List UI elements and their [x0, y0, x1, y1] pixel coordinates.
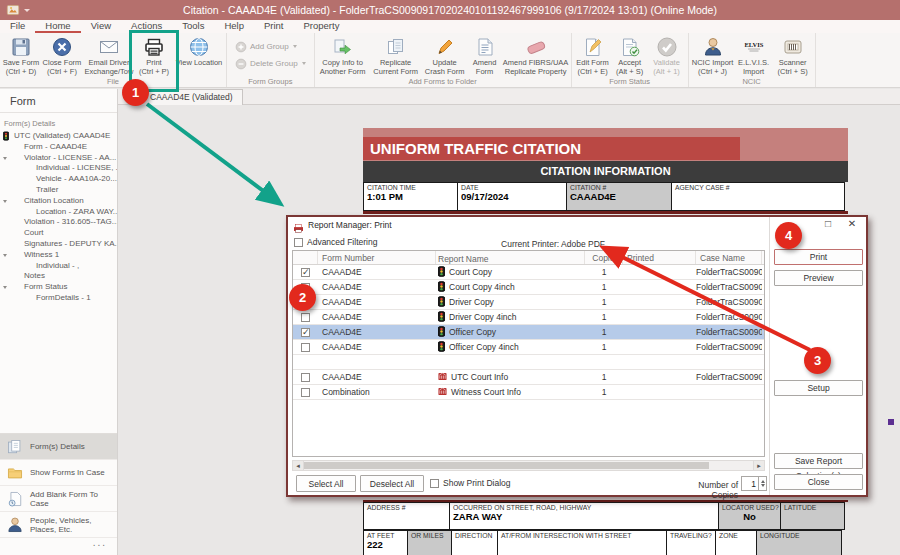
form-field-agency-case[interactable]: AGENCY CASE #: [671, 182, 845, 211]
column-header-case-name[interactable]: Case Name: [696, 251, 762, 264]
ribbon-button-replicate[interactable]: ReplicateCurrent Form: [369, 34, 423, 76]
ribbon-button-copy-info-to[interactable]: Copy Info toAnother Form: [317, 34, 369, 76]
dialog-button-save-report-selection-s[interactable]: Save Report Selection(s): [774, 453, 863, 469]
dialog-button-preview[interactable]: Preview: [774, 270, 863, 286]
ribbon-button-email-driver[interactable]: Email DriverExchange/Tow: [84, 34, 134, 76]
tree-item-violator-license-aa[interactable]: Violator - LICENSE - AA...: [0, 153, 117, 164]
select-all-button[interactable]: Select All: [296, 475, 356, 492]
menu-item-property[interactable]: Property: [294, 20, 350, 33]
column-header-report-name[interactable]: Report Name: [436, 251, 585, 264]
ribbon-button-view-location[interactable]: View Location: [174, 34, 224, 68]
ribbon-button-delete-group[interactable]: Delete Group: [235, 56, 306, 71]
scroll-left-icon[interactable]: ◂: [293, 461, 304, 470]
tree-item-notes[interactable]: Notes: [0, 271, 117, 282]
copies-spinner[interactable]: [759, 476, 767, 491]
number-of-copies-input[interactable]: 1: [741, 476, 759, 491]
sidebar-item-show-forms-in-case[interactable]: Show Forms In Case: [0, 460, 117, 486]
spin-up-icon[interactable]: [761, 480, 765, 483]
tree-item-formdetails-1[interactable]: FormDetails - 1: [0, 293, 117, 304]
table-row-court-copy-4inch[interactable]: CAAAD4ECourt Copy 4inch1FolderTraCS00909…: [293, 280, 764, 295]
show-print-dialog-checkbox[interactable]: [430, 479, 439, 488]
titlebar-dropdown-icon[interactable]: [24, 9, 30, 12]
sidebar-item-add-blank-form-to-case[interactable]: Add Blank Form To Case: [0, 486, 117, 512]
menu-item-view[interactable]: View: [81, 20, 121, 33]
ribbon-button-add-group[interactable]: Add Group: [235, 39, 297, 54]
table-row-officer-copy-4inch[interactable]: CAAAD4EOfficer Copy 4inch1FolderTraCS009…: [293, 340, 764, 355]
form-field-traveling[interactable]: TRAVELING?: [666, 530, 716, 555]
column-header-printed[interactable]: Printed: [623, 251, 696, 264]
form-field-address[interactable]: ADDRESS #: [363, 502, 450, 530]
menu-item-help[interactable]: Help: [214, 20, 254, 33]
spin-down-icon[interactable]: [761, 484, 765, 487]
row-checkbox[interactable]: [301, 343, 310, 352]
sidebar-overflow-button[interactable]: ...: [93, 537, 107, 548]
tree-item-individual[interactable]: Individual - ,: [0, 261, 117, 272]
dialog-button-close[interactable]: Close: [774, 474, 863, 490]
ribbon-button-edit-form[interactable]: Edit Form(Ctrl + E): [574, 34, 612, 76]
ribbon-button-amend[interactable]: AmendForm: [467, 34, 503, 76]
column-header-form-number[interactable]: Form Number: [318, 251, 436, 264]
table-row-driver-copy[interactable]: CAAAD4EDriver Copy1FolderTraCS00909170: [293, 295, 764, 310]
row-checkbox[interactable]: [301, 313, 310, 322]
table-row-utc-court-info[interactable]: CAAAD4EUTC Court Info1FolderTraCS0090917…: [293, 370, 764, 385]
tree-item-utc-validated-caaad4e[interactable]: UTC (Validated) CAAAD4E: [0, 131, 117, 142]
advanced-filtering-checkbox[interactable]: [294, 238, 303, 247]
ribbon-button-ncic-import[interactable]: NCIC Import(Ctrl + J): [691, 34, 735, 76]
tree-item-form-caaad4e[interactable]: Form - CAAAD4E: [0, 142, 117, 153]
tree-item-location-zara-way[interactable]: Location - ZARA WAY...: [0, 207, 117, 218]
table-row-witness-court-info[interactable]: CombinationWitness Court Info1: [293, 385, 764, 400]
sidebar-item-form-s-details[interactable]: Form(s) Details: [0, 434, 117, 460]
row-checkbox[interactable]: [301, 373, 310, 382]
form-field-at-feet[interactable]: AT FEET222: [363, 530, 408, 555]
ribbon-button-validate[interactable]: Validate(Alt + 1): [648, 34, 686, 76]
menu-item-file[interactable]: File: [0, 20, 35, 33]
table-row-officer-copy[interactable]: CAAAD4EOfficer Copy1FolderTraCS00909170: [293, 325, 764, 340]
form-field-at-from-intersection-with-street[interactable]: AT/FROM INTERSECTION WITH STREET: [497, 530, 667, 555]
tree-item-citation-location[interactable]: Citation Location: [0, 196, 117, 207]
tree-item-label: Court: [24, 228, 44, 237]
ribbon-button-e-l-v-i-s[interactable]: ELVISE.L.V.I.S.Import: [735, 34, 773, 76]
horizontal-scrollbar[interactable]: ◂ ▸: [292, 460, 765, 471]
dialog-button-print[interactable]: Print: [774, 249, 863, 265]
deselect-all-button[interactable]: Deselect All: [360, 475, 424, 492]
column-header-copies[interactable]: Copies: [585, 251, 623, 264]
ribbon-button-update[interactable]: UpdateCrash Form: [423, 34, 467, 76]
ribbon-button-save-form[interactable]: Save Form(Ctrl + D): [2, 34, 40, 76]
form-field-or-miles[interactable]: OR MILES: [407, 530, 452, 555]
row-checkbox[interactable]: [301, 388, 310, 397]
form-field-longitude[interactable]: LONGITUDE: [756, 530, 842, 555]
form-field-locator-used[interactable]: LOCATOR USED?No: [718, 502, 781, 530]
form-field-latitude[interactable]: LATITUDE: [780, 502, 845, 530]
menu-item-print[interactable]: Print: [254, 20, 294, 33]
dialog-button-setup[interactable]: Setup: [774, 380, 863, 396]
tree-item-witness-1[interactable]: Witness 1: [0, 250, 117, 261]
ribbon-button-close-form[interactable]: Close Form(Ctrl + F): [40, 34, 84, 76]
table-row-driver-copy-4inch[interactable]: CAAAD4EDriver Copy 4inch1FolderTraCS0090…: [293, 310, 764, 325]
tree-item-vehicle-aaa10a-20[interactable]: Vehicle - AAA10A-20...: [0, 174, 117, 185]
table-row-court-copy[interactable]: CAAAD4ECourt Copy1FolderTraCS00909170: [293, 265, 764, 280]
form-field-citation-time[interactable]: CITATION TIME1:01 PM: [363, 182, 458, 211]
ribbon-button-amend-fibrs-uaa[interactable]: Amend FIBRS/UAAReplicate Property: [503, 34, 569, 76]
form-field-date[interactable]: DATE09/17/2024: [457, 182, 567, 211]
form-field-occurred-on-street-road-highway[interactable]: OCCURRED ON STREET, ROAD, HIGHWAYZARA WA…: [449, 502, 719, 530]
tree-item-trailer[interactable]: Trailer: [0, 185, 117, 196]
scroll-right-icon[interactable]: ▸: [753, 461, 764, 470]
scrollbar-thumb[interactable]: [304, 462, 709, 469]
menu-item-home[interactable]: Home: [35, 20, 80, 33]
form-field-direction[interactable]: DIRECTION: [451, 530, 498, 555]
row-checkbox[interactable]: [301, 328, 310, 337]
sidebar-item-people-vehicles-places-etc[interactable]: People, Vehicles, Places, Etc.: [0, 512, 117, 538]
tree-item-court[interactable]: Court: [0, 228, 117, 239]
remove-circle-icon: [235, 58, 247, 70]
tree-item-individual-license[interactable]: Individual - LICENSE, ...: [0, 163, 117, 174]
tree-item-form-status[interactable]: Form Status: [0, 282, 117, 293]
form-field-zone[interactable]: ZONE: [715, 530, 757, 555]
tree-item-signatures-deputy-ka[interactable]: Signatures - DEPUTY KA...: [0, 239, 117, 250]
window-titlebar[interactable]: Citation - CAAAD4E (Validated) - FolderT…: [0, 0, 900, 20]
app-icon[interactable]: [6, 3, 20, 17]
tree-item-violation-316-605-tag[interactable]: Violation - 316.605--TAG...: [0, 217, 117, 228]
ribbon-button-accept[interactable]: Accept(Alt + S): [612, 34, 648, 76]
row-checkbox[interactable]: [301, 268, 310, 277]
ribbon-button-scanner[interactable]: Scanner(Ctrl + S): [773, 34, 813, 76]
form-field-citation[interactable]: CITATION #CAAAD4E: [566, 182, 672, 211]
